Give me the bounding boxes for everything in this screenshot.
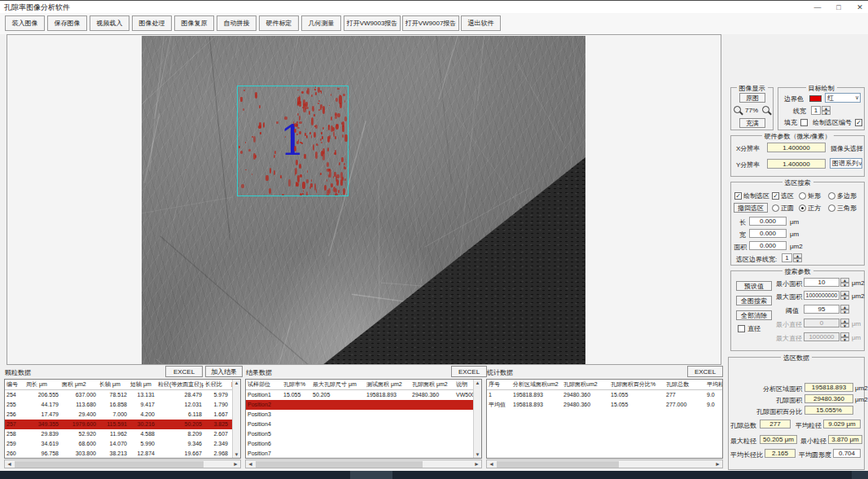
max-diameter-spinner[interactable]: ▲▼ [840,332,849,341]
table-row[interactable]: 25829.83952.92011.9624.5888.2092.607 [5,429,240,439]
border-color-swatch[interactable] [809,95,822,102]
circle-radio[interactable] [772,204,779,212]
auto-stitch-button[interactable]: 自动拼接 [217,15,256,31]
table-vscrollbar[interactable]: ▲▼ [473,380,481,458]
table-row[interactable]: 25934.61968.60014.0705.9909.3462.349 [5,439,240,449]
open-report-9007-button[interactable]: 打开VW9007报告 [402,15,459,31]
min-diameter-field[interactable]: 0 [804,319,840,327]
geometry-measure-button[interactable]: 几何测量 [301,15,341,31]
preset-button[interactable]: 预设值 [736,281,772,291]
particle-excel-button[interactable]: EXCEL [165,366,203,377]
length-field[interactable]: 0.000 [749,217,787,226]
line-width-spinner[interactable]: ▲▼ [822,106,831,115]
x-resolution-field[interactable]: 1.400000 [767,143,826,152]
line-width-field[interactable]: 1 [811,106,821,115]
result-excel-button[interactable]: EXCEL [451,366,487,377]
selection-region[interactable]: 1 [237,86,349,196]
result-hscrollbar[interactable]: ◄ ► [245,459,482,468]
table-row[interactable]: 26096.758303.80038.21312.87419.6672.968 [5,449,240,459]
table-row[interactable]: Position3 [246,410,481,420]
scroll-right-icon[interactable]: ► [233,460,239,468]
stats-excel-button[interactable]: EXCEL [687,366,723,377]
scroll-right-icon[interactable]: ► [715,460,721,468]
area-field[interactable]: 0.000 [749,241,787,250]
border-color-select[interactable]: 红∨ [825,93,861,103]
draw-region-checkbox[interactable]: ✓ [734,192,742,200]
image-process-button[interactable]: 图像处理 [132,15,172,31]
scroll-left-icon[interactable]: ◄ [7,460,12,468]
clear-all-button[interactable]: 全部清除 [736,310,772,320]
camera-select[interactable]: 图谱系列∨ [830,158,862,169]
table-cell: 编号 [5,380,24,389]
scroll-right-icon[interactable]: ► [474,460,480,468]
table-row[interactable]: Position5 [246,429,481,439]
taskbar-item[interactable] [852,471,868,479]
fill-checkbox[interactable] [800,119,808,126]
max-area-field[interactable]: 1000000000 [804,291,840,300]
scroll-thumb[interactable] [15,461,204,468]
max-area-spinner[interactable]: ▲▼ [840,291,849,300]
triangle-radio[interactable] [828,204,835,212]
table-row[interactable]: 254206.555637.00078.51213.13128.4795.979 [5,390,240,400]
zoom-in-icon[interactable] [762,106,769,113]
full-search-button[interactable]: 全图搜索 [736,296,772,305]
add-result-button[interactable]: 加入结果 [205,366,243,377]
particle-hscrollbar[interactable]: ◄ ► [4,459,241,468]
open-report-9003-button[interactable]: 打开VW9003报告 [344,15,401,31]
specimen-image[interactable]: 1 [142,36,585,364]
particle-table[interactable]: 编号周长 μm面积 μm2长轴 μm短轴 μm粒径(等效圆直径)μm长径比圆形度… [4,379,241,459]
threshold-field[interactable]: 95 [804,305,840,314]
taskbar-item[interactable] [350,471,392,479]
max-diameter-field[interactable]: 1000000 [804,332,840,341]
fill-view-button[interactable]: 充满 [739,118,765,128]
image-restore-button[interactable]: 图像复原 [174,15,214,31]
video-load-button[interactable]: 视频载入 [90,15,129,31]
min-area-label: 最小面积 [776,279,802,288]
scroll-thumb[interactable] [497,461,619,468]
table-row[interactable]: Position7 [246,449,481,459]
hardware-calib-button[interactable]: 硬件标定 [259,15,299,31]
close-icon[interactable]: ✕ [850,2,868,13]
save-image-button[interactable]: 保存图像 [47,15,87,31]
region-checkbox[interactable]: ✓ [772,192,779,200]
rect-radio[interactable] [799,192,806,200]
table-row[interactable]: 25544.179113.68016.8589.41712.0311.790 [5,400,240,410]
table-vscrollbar[interactable]: ▲▼ [232,380,240,458]
image-canvas[interactable]: 1 [7,34,721,365]
table-row[interactable]: Position4 [246,420,481,429]
table-header-row: 试样部位孔隙率%最大孔隙尺寸 μm测试面积 μm2孔隙面积 μm2说明 [246,380,481,390]
table-row[interactable]: 257349.3551979.600115.59130.21650.2053.8… [5,420,240,429]
scroll-left-icon[interactable]: ◄ [248,460,253,468]
diameter-checkbox[interactable] [738,325,745,332]
polygon-radio[interactable] [828,192,835,200]
stats-table[interactable]: 序号分析区域面积um2孔隙面积um2孔隙面积百分比%孔隙总数平均粒径119581… [486,379,723,459]
zoom-out-icon[interactable] [734,106,741,113]
width-field[interactable]: 0.000 [749,229,787,238]
y-resolution-field[interactable]: 1.400000 [767,159,826,169]
scroll-left-icon[interactable]: ◄ [489,460,494,468]
table-row[interactable]: 平均值195818.89329480.36015.055277.0009.0 [487,400,722,410]
draw-number-checkbox[interactable]: ✓ [855,119,862,126]
table-row[interactable]: 25617.47929.4007.0004.2006.1181.667 [5,410,240,420]
maximize-icon[interactable]: □ [829,2,848,13]
table-row[interactable]: Position115.05550.205195818.89329480.360… [246,390,481,400]
threshold-spinner[interactable]: ▲▼ [840,305,849,314]
minimize-icon[interactable]: — [808,2,827,13]
region-data-group: 选区数据 分析区域面积 195818.893 μm2 孔隙面积 29480.36… [728,357,865,470]
table-row[interactable]: Position2 [246,400,481,410]
scroll-thumb[interactable] [256,461,423,468]
table-row[interactable]: Position6 [246,439,481,449]
undo-region-button[interactable]: 撤回选区 [734,203,768,213]
region-border-width-spinner[interactable]: ▲▼ [793,253,802,262]
result-table[interactable]: 试样部位孔隙率%最大孔隙尺寸 μm测试面积 μm2孔隙面积 μm2说明Posit… [245,379,482,459]
min-area-field[interactable]: 10 [804,278,840,287]
region-border-width-field[interactable]: 1 [782,253,792,262]
stats-hscrollbar[interactable]: ◄ ► [486,459,723,468]
min-area-spinner[interactable]: ▲▼ [840,278,849,287]
original-image-button[interactable]: 原图 [739,93,765,103]
min-diameter-spinner[interactable]: ▲▼ [840,319,849,327]
exit-button[interactable]: 退出软件 [461,15,501,31]
table-row[interactable]: 1195818.89329480.36015.0552779.0 [487,390,722,400]
load-image-button[interactable]: 装入图像 [5,15,45,31]
square-radio[interactable] [799,204,806,212]
